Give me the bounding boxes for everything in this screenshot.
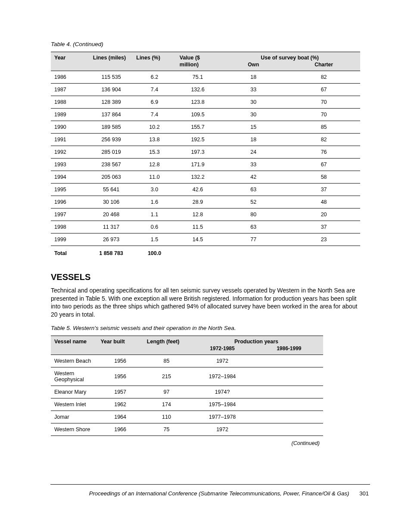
cell: 155.7 <box>176 121 220 133</box>
cell: 110 <box>143 411 190 423</box>
cell: Western Geophysical <box>51 367 97 386</box>
cell: 171.9 <box>176 158 220 171</box>
cell: 1975–1984 <box>190 398 255 411</box>
cell: 0.6 <box>133 221 176 233</box>
cell: 12.8 <box>176 208 220 221</box>
th-charter: Charter <box>287 62 360 71</box>
cell: 18 <box>219 133 287 146</box>
cell: 238 567 <box>90 158 133 171</box>
cell: 85 <box>287 121 360 133</box>
cell: 30 <box>219 96 287 108</box>
cell: 123.8 <box>176 96 220 108</box>
cell: 23 <box>287 233 360 246</box>
cell <box>255 367 323 386</box>
cell: 1991 <box>51 133 90 146</box>
cell: 70 <box>287 108 360 121</box>
cell: 33 <box>219 158 287 171</box>
cell <box>255 355 323 367</box>
cell: 109.5 <box>176 108 220 121</box>
cell: 13.8 <box>133 133 176 146</box>
cell: 1972–1984 <box>190 367 255 386</box>
cell: 1998 <box>51 221 90 233</box>
th-own: Own <box>219 62 287 71</box>
cell: 75 <box>143 423 190 436</box>
table2: Vessel name Year built Length (feet) Pro… <box>51 336 323 449</box>
table-row-total: Total1 858 783100.0 <box>51 246 360 259</box>
footer-text: Proceedings of an International Conferen… <box>89 490 349 497</box>
table-row: Western Shore1966751972 <box>51 423 323 436</box>
cell: 1964 <box>97 411 143 423</box>
cell: 1993 <box>51 158 90 171</box>
table1: Year Lines (miles) Lines (%) Value ($ mi… <box>51 52 360 259</box>
cell: 132.2 <box>176 171 220 183</box>
cell: 1956 <box>97 367 143 386</box>
cell: 100.0 <box>133 246 176 259</box>
cell: 1972 <box>190 423 255 436</box>
cell: 67 <box>287 83 360 96</box>
cell: 115 535 <box>90 71 133 83</box>
table1-body: 1986115 5356.275.118821987136 9047.4132.… <box>51 71 360 259</box>
page-number: 301 <box>358 490 369 497</box>
cell: 1988 <box>51 96 90 108</box>
cell: 1974? <box>190 386 255 398</box>
cell: 14.5 <box>176 233 220 246</box>
table-row: 1991256 93913.8192.51882 <box>51 133 360 146</box>
table-row: 1987136 9047.4132.63367 <box>51 83 360 96</box>
cell: Western Inlet <box>51 398 97 411</box>
cell: 18 <box>219 71 287 83</box>
cell: 97 <box>143 386 190 398</box>
cell: Western Shore <box>51 423 97 436</box>
cell: 136 904 <box>90 83 133 96</box>
cell: 3.0 <box>133 183 176 196</box>
cell: 30 <box>219 108 287 121</box>
cell <box>219 246 287 259</box>
table-row: Eleanor Mary1957971974? <box>51 386 323 398</box>
th-group: Use of survey boat (%) <box>219 52 360 62</box>
cell: 33 <box>219 83 287 96</box>
cell: 1.6 <box>133 196 176 208</box>
cell <box>255 411 323 423</box>
cell: 1966 <box>97 423 143 436</box>
cell: 28.9 <box>176 196 220 208</box>
cell: 132.6 <box>176 83 220 96</box>
cell: 10.2 <box>133 121 176 133</box>
cell: 1992 <box>51 146 90 158</box>
cell: 42 <box>219 171 287 183</box>
th-7285: 1972-1985 <box>190 345 255 355</box>
cell: 15.3 <box>133 146 176 158</box>
cell <box>176 246 220 259</box>
table-row: Western Beach1956851972 <box>51 355 323 367</box>
cell: 70 <box>287 96 360 108</box>
table-row-continued: (Continued) <box>51 436 323 449</box>
table-row: 1990189 58510.2155.71585 <box>51 121 360 133</box>
cell: 58 <box>287 171 360 183</box>
cell: 1986 <box>51 71 90 83</box>
cell: 1.1 <box>133 208 176 221</box>
section-para: Technical and operating specifications f… <box>51 286 360 319</box>
cell: Western Beach <box>51 355 97 367</box>
table-row: 1986115 5356.275.11882 <box>51 71 360 83</box>
cell: 1999 <box>51 233 90 246</box>
table-row: 199720 4681.112.88020 <box>51 208 360 221</box>
table1-head: Year Lines (miles) Lines (%) Value ($ mi… <box>51 52 360 71</box>
table-row: Jomar19641101977–1978 <box>51 411 323 423</box>
cell: 42.6 <box>176 183 220 196</box>
cell: 85 <box>143 355 190 367</box>
table-row: 199630 1061.628.95248 <box>51 196 360 208</box>
footer: Proceedings of an International Conferen… <box>51 490 369 497</box>
th-year: Year <box>51 52 90 71</box>
cell <box>287 246 360 259</box>
cell: 1989 <box>51 108 90 121</box>
cell: 37 <box>287 183 360 196</box>
table-row: 1988128 3896.9123.83070 <box>51 96 360 108</box>
cell: 67 <box>287 158 360 171</box>
cell: 6.9 <box>133 96 176 108</box>
cell: 1994 <box>51 171 90 183</box>
th-prod-group: Production years <box>190 336 323 345</box>
cell: 1957 <box>97 386 143 398</box>
cell: 63 <box>219 221 287 233</box>
cell: 20 468 <box>90 208 133 221</box>
cell: 48 <box>287 196 360 208</box>
cell: 75.1 <box>176 71 220 83</box>
page: Table 4. (Continued) Year Lines (miles) … <box>0 0 411 532</box>
